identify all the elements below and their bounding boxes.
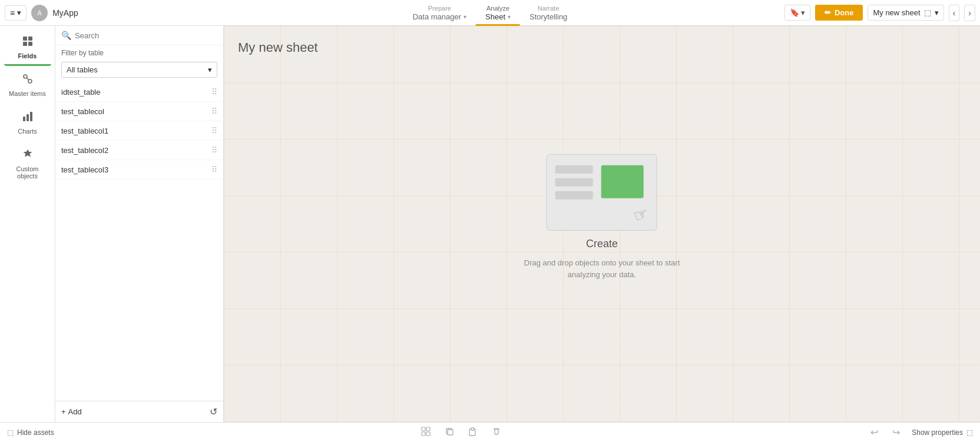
- create-card: ☞ Create Drag and drop objects onto your…: [524, 154, 680, 281]
- menu-button[interactable]: ≡ ▾: [5, 5, 27, 21]
- bookmark-icon: 🔖: [790, 8, 800, 17]
- redo-button[interactable]: ↪: [890, 426, 902, 439]
- illustration-row: [555, 165, 593, 173]
- tab-storytelling-sub: Narrate: [538, 5, 559, 12]
- table-item-name: test_tablecol3: [61, 165, 108, 174]
- create-title: Create: [586, 237, 618, 250]
- svg-rect-13: [426, 432, 430, 436]
- search-input[interactable]: [75, 31, 217, 40]
- svg-rect-10: [422, 427, 425, 431]
- hide-assets-button[interactable]: ⬚ Hide assets: [7, 428, 54, 437]
- master-items-icon: [22, 73, 34, 88]
- snap-button[interactable]: [419, 426, 433, 440]
- done-button[interactable]: ✏ Done: [815, 5, 863, 21]
- list-item[interactable]: test_tablecol1 ⠿: [55, 121, 223, 141]
- sheet-name-chevron: ▾: [935, 8, 939, 17]
- list-item[interactable]: test_tablecol ⠿: [55, 102, 223, 121]
- sidebar-item-fields[interactable]: Fields: [4, 31, 51, 66]
- table-list: idtest_table ⠿ test_tablecol ⠿ test_tabl…: [55, 82, 223, 401]
- illustration-chart: [601, 165, 644, 198]
- sidebar-item-charts[interactable]: Charts: [4, 106, 51, 141]
- next-sheet-button[interactable]: ›: [964, 5, 975, 21]
- svg-rect-17: [471, 428, 474, 430]
- bottom-bar: ⬚ Hide assets: [0, 422, 980, 442]
- delete-button[interactable]: [489, 426, 504, 440]
- drag-icon: ⠿: [211, 107, 217, 116]
- redo-icon: ↪: [892, 427, 900, 437]
- tab-analyze-sheet[interactable]: Analyze Sheet ▾: [476, 0, 520, 26]
- sidebar: Fields Master items Charts: [0, 26, 55, 422]
- create-subtitle: Drag and drop objects onto your sheet to…: [524, 257, 680, 281]
- menu-chevron: ▾: [17, 8, 21, 17]
- list-item[interactable]: test_tablecol3 ⠿: [55, 160, 223, 180]
- undo-icon: ↩: [870, 427, 878, 437]
- tab-storytelling-main: Storytelling: [529, 12, 567, 21]
- canvas-title: My new sheet: [238, 40, 318, 55]
- topbar-nav: Prepare Data manager ▾ Analyze Sheet ▾ N…: [403, 0, 577, 26]
- tab-analyze-sheet-chevron: ▾: [508, 14, 511, 20]
- done-pencil-icon: ✏: [825, 8, 831, 17]
- search-icon: 🔍: [61, 31, 71, 40]
- tab-analyze-sheet-sub: Analyze: [486, 5, 509, 12]
- hide-assets-label: Hide assets: [17, 428, 54, 437]
- svg-point-5: [28, 79, 32, 83]
- duplicate-button[interactable]: [442, 426, 456, 440]
- table-filter-chevron: ▾: [208, 65, 212, 74]
- topbar: ≡ ▾ A MyApp Prepare Data manager ▾ Analy…: [0, 0, 980, 26]
- topbar-right: 🔖 ▾ ✏ Done My new sheet ⬚ ▾ ‹ ›: [784, 5, 980, 21]
- sidebar-item-master-items[interactable]: Master items: [4, 68, 51, 104]
- svg-rect-19: [495, 429, 498, 434]
- fields-icon: [22, 35, 34, 50]
- sheet-name-button[interactable]: My new sheet ⬚ ▾: [868, 5, 943, 21]
- undo-button[interactable]: ↩: [868, 426, 880, 439]
- svg-point-4: [24, 75, 27, 78]
- sidebar-item-fields-label: Fields: [18, 52, 37, 59]
- create-illustration: ☞: [547, 154, 657, 230]
- refresh-icon: ↺: [210, 407, 217, 417]
- svg-rect-0: [23, 36, 27, 41]
- tab-data-manager-main: Data manager ▾: [413, 12, 466, 21]
- svg-rect-11: [426, 427, 430, 431]
- hide-assets-icon: ⬚: [7, 428, 14, 437]
- bottom-right-actions: ↩ ↪ Show properties ⬚: [868, 426, 973, 439]
- list-item[interactable]: test_tablecol2 ⠿: [55, 141, 223, 160]
- drag-icon: ⠿: [211, 145, 217, 155]
- tab-data-manager[interactable]: Prepare Data manager ▾: [403, 0, 476, 26]
- illustration-hand: ☞: [631, 202, 651, 226]
- next-arrow-icon: ›: [968, 8, 971, 18]
- svg-rect-2: [23, 42, 27, 46]
- table-filter-dropdown[interactable]: All tables ▾: [61, 62, 217, 78]
- app-icon: A: [31, 5, 48, 21]
- table-item-name: idtest_table: [61, 88, 101, 97]
- show-properties-button[interactable]: Show properties ⬚: [912, 428, 973, 437]
- add-button[interactable]: + Add: [61, 407, 82, 416]
- table-item-name: test_tablecol1: [61, 127, 108, 135]
- charts-icon: [22, 111, 34, 125]
- drag-icon: ⠿: [211, 87, 217, 97]
- bottom-center-actions: [419, 426, 504, 440]
- illustration-row: [555, 178, 593, 186]
- prev-sheet-button[interactable]: ‹: [949, 5, 960, 21]
- main-layout: Fields Master items Charts: [0, 26, 980, 422]
- sheet-name-text: My new sheet: [873, 8, 920, 17]
- show-props-icon: ⬚: [966, 428, 973, 437]
- svg-rect-9: [30, 112, 32, 121]
- bookmark-button[interactable]: 🔖 ▾: [784, 5, 810, 21]
- add-icon: +: [61, 407, 66, 416]
- show-props-label: Show properties: [912, 428, 963, 437]
- illustration-rows: [555, 165, 593, 199]
- search-bar: 🔍: [55, 26, 223, 45]
- tab-storytelling[interactable]: Narrate Storytelling: [520, 0, 577, 26]
- svg-line-6: [27, 78, 28, 80]
- app-name: MyApp: [52, 8, 78, 18]
- bookmark-chevron: ▾: [801, 8, 805, 17]
- hamburger-icon: ≡: [10, 8, 15, 18]
- sidebar-item-custom-objects-label: Custom objects: [6, 165, 49, 180]
- sheet-screen-icon: ⬚: [924, 8, 931, 17]
- table-filter-value: All tables: [67, 65, 98, 74]
- list-item[interactable]: idtest_table ⠿: [55, 82, 223, 102]
- refresh-button[interactable]: ↺: [210, 406, 217, 417]
- sidebar-item-master-items-label: Master items: [9, 90, 46, 97]
- paste-button[interactable]: [466, 426, 480, 440]
- sidebar-item-custom-objects[interactable]: Custom objects: [4, 144, 51, 186]
